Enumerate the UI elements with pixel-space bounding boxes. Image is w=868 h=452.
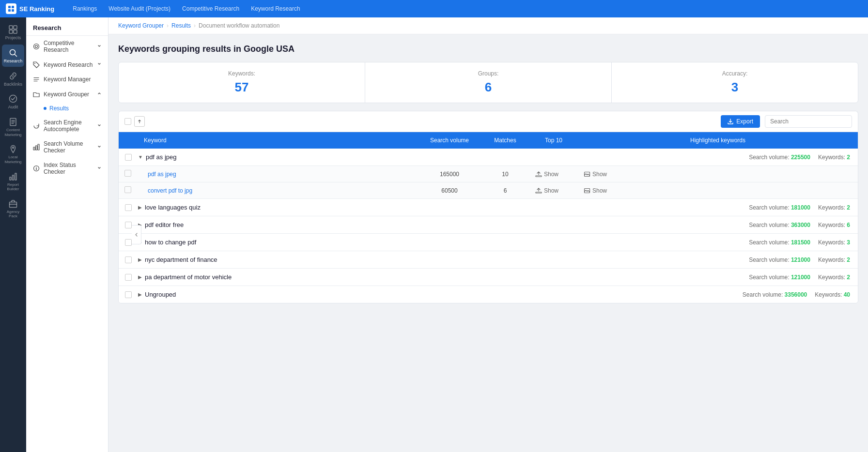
row-checkbox-pdf-as-jpeg-1[interactable] — [124, 170, 131, 177]
breadcrumb-keyword-grouper[interactable]: Keyword Grouper — [118, 22, 164, 29]
export-button[interactable]: Export — [721, 115, 760, 128]
check-circle-icon — [9, 94, 17, 103]
sidebar-item-index-status-checker[interactable]: Index Status Checker — [26, 158, 108, 179]
svg-rect-16 — [10, 177, 11, 180]
th-highlighted: Highlighted keywords — [578, 132, 858, 149]
search-input[interactable] — [765, 115, 852, 128]
tag-icon — [33, 61, 40, 68]
list-icon — [33, 76, 40, 83]
accuracy-label: Accuracy: — [621, 70, 848, 77]
matches-convert-pdf: 6 — [481, 187, 529, 194]
sidebar-item-keyword-research[interactable]: Keyword Research — [26, 57, 108, 72]
group-header-ungrouped[interactable]: ▶ Ungrouped Search volume: 3356000 Keywo… — [119, 286, 858, 303]
sort-button[interactable] — [134, 116, 145, 127]
group-header-pa[interactable]: ▶ pa department of motor vehicle Search … — [119, 269, 858, 286]
left-sidebar: Research Competitive Research Keyword Re… — [26, 17, 108, 452]
volume-pdf-as-jpeg-1: 165000 — [418, 171, 481, 178]
highlighted-show-convert-pdf[interactable]: Show — [584, 187, 852, 194]
chevron-competitive — [96, 43, 102, 50]
group-checkbox-pa[interactable] — [125, 274, 132, 281]
table-header: Keyword Search volume Matches Top 10 Hig… — [119, 132, 858, 149]
sidebar-wrapper: Research Competitive Research Keyword Re… — [26, 17, 108, 452]
select-all-checkbox[interactable] — [124, 118, 131, 125]
group-header-pdf-editor-free[interactable]: ▶ pdf editor free Search volume: 363000 … — [119, 216, 858, 233]
nav-competitive-research[interactable]: Competitive Research — [177, 3, 244, 14]
sidebar-item-local-marketing[interactable]: Local Marketing — [2, 141, 24, 167]
volume-convert-pdf: 60500 — [418, 187, 481, 194]
svg-point-10 — [10, 95, 17, 103]
grid-icon — [9, 25, 17, 34]
group-row-pa: ▶ pa department of motor vehicle Search … — [119, 269, 858, 286]
highlighted-show-pdf-as-jpeg-1[interactable]: Show — [584, 171, 852, 178]
content-area: Keywords grouping results in Google USA … — [108, 34, 868, 313]
sidebar-item-competitive-research[interactable]: Competitive Research — [26, 36, 108, 57]
svg-rect-18 — [15, 173, 16, 180]
sidebar-item-projects[interactable]: Projects — [2, 21, 24, 44]
app-logo: SE Ranking — [6, 3, 54, 14]
groups-label: Groups: — [375, 70, 602, 77]
top10-show-convert-pdf[interactable]: Show — [535, 187, 572, 194]
sidebar-item-keyword-manager[interactable]: Keyword Manager — [26, 72, 108, 87]
keyword-link-convert-pdf[interactable]: convert pdf to jpg — [144, 187, 192, 194]
bar-chart-icon — [9, 172, 17, 181]
sidebar-item-agency-pack[interactable]: Agency Pack — [2, 196, 24, 222]
sidebar-item-content-marketing[interactable]: Content Marketing — [2, 114, 24, 140]
vol-love-languages: 181000 — [791, 204, 810, 211]
th-keyword: Keyword — [138, 132, 418, 149]
chevron-index — [96, 165, 102, 172]
sidebar-item-research[interactable]: Research — [2, 45, 24, 67]
top10-show-pdf-as-jpeg-1[interactable]: Show — [535, 171, 572, 178]
file-text-icon — [9, 118, 17, 126]
breadcrumb-results[interactable]: Results — [171, 22, 191, 29]
sidebar-item-keyword-grouper[interactable]: Keyword Grouper — [26, 87, 108, 102]
svg-rect-33 — [536, 176, 542, 177]
breadcrumb: Keyword Grouper › Results › Document wor… — [108, 17, 868, 34]
svg-rect-0 — [8, 6, 11, 8]
vol-ungrouped: 3356000 — [785, 291, 807, 298]
kw-pa: 2 — [847, 274, 850, 281]
sidebar-item-search-volume-checker[interactable]: Search Volume Checker — [26, 136, 108, 158]
group-header-nyc[interactable]: ▶ nyc department of finance Search volum… — [119, 251, 858, 268]
group-checkbox-nyc[interactable] — [125, 256, 132, 263]
svg-point-22 — [35, 45, 38, 48]
kw-how-to-change: 3 — [847, 239, 850, 246]
sidebar-item-audit[interactable]: Audit — [2, 90, 24, 113]
sidebar-subitem-results[interactable]: Results — [26, 102, 108, 115]
svg-rect-6 — [9, 30, 13, 33]
chevron-keyword-research — [96, 61, 102, 68]
svg-point-15 — [13, 147, 14, 149]
sidebar-collapse-button[interactable] — [132, 225, 141, 244]
image-icon — [584, 171, 590, 178]
sidebar-item-backlinks[interactable]: Backlinks — [2, 68, 24, 90]
group-row-pdf-editor-free: ▶ pdf editor free Search volume: 363000 … — [119, 216, 858, 234]
kw-pdf-as-jpeg: 2 — [847, 154, 850, 161]
group-row-nyc: ▶ nyc department of finance Search volum… — [119, 251, 858, 269]
group-checkbox-pdf-as-jpeg[interactable] — [125, 154, 132, 161]
group-row-ungrouped: ▶ Ungrouped Search volume: 3356000 Keywo… — [119, 286, 858, 303]
group-checkbox-ungrouped[interactable] — [125, 291, 132, 298]
sidebar-item-search-engine-autocomplete[interactable]: Search Engine Autocomplete — [26, 115, 108, 136]
group-row-pdf-as-jpeg: ▼ pdf as jpeg Search volume: 225500 Keyw… — [119, 149, 858, 199]
nav-rankings[interactable]: Rankings — [68, 3, 102, 14]
svg-rect-2 — [8, 9, 11, 12]
group-header-love-languages[interactable]: ▶ love languages quiz Search volume: 181… — [119, 199, 858, 216]
sidebar-item-report-builder[interactable]: Report Builder — [2, 168, 24, 195]
svg-point-21 — [34, 44, 39, 49]
svg-rect-1 — [12, 6, 14, 8]
group-checkbox-pdf-editor[interactable] — [125, 222, 132, 228]
group-checkbox-how-to-change[interactable] — [125, 239, 132, 246]
keyword-link-pdf-as-jpeg[interactable]: pdf as jpeg — [144, 171, 176, 178]
keywords-value: 57 — [128, 80, 355, 95]
expand-icon-ungrouped: ▶ — [138, 292, 142, 297]
group-header-how-to-change-pdf[interactable]: ▶ how to change pdf Search volume: 18150… — [119, 234, 858, 251]
nav-website-audit[interactable]: Website Audit (Projects) — [104, 3, 175, 14]
vol-pdf-as-jpeg: 225500 — [791, 154, 810, 161]
nav-keyword-research[interactable]: Keyword Research — [246, 3, 305, 14]
group-checkbox-love-languages[interactable] — [125, 204, 132, 211]
svg-point-32 — [36, 166, 36, 167]
svg-rect-17 — [13, 175, 14, 180]
export-icon — [728, 119, 733, 124]
group-header-pdf-as-jpeg[interactable]: ▼ pdf as jpeg Search volume: 225500 Keyw… — [119, 149, 858, 166]
info-icon — [33, 165, 40, 172]
row-checkbox-convert-pdf[interactable] — [124, 186, 131, 193]
